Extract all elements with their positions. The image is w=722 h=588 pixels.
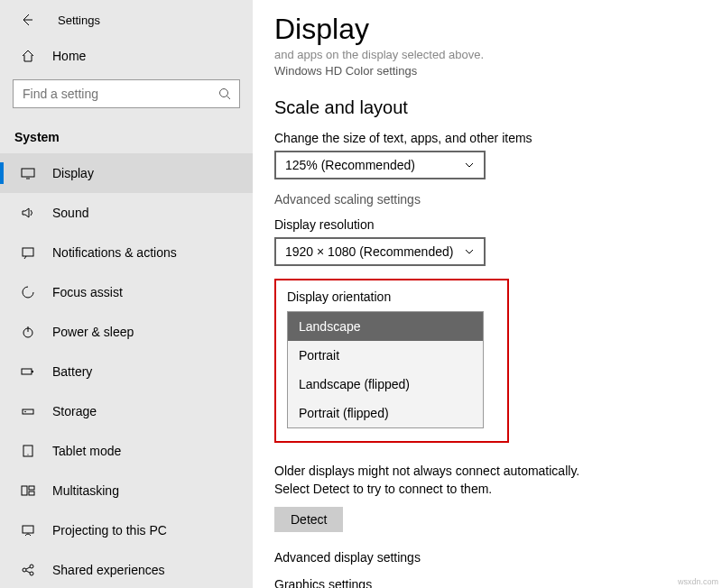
chevron-down-icon [464, 246, 475, 257]
text-size-label: Change the size of text, apps, and other… [274, 131, 695, 145]
sidebar-item-tablet-mode[interactable]: Tablet mode [0, 431, 253, 471]
sidebar-item-label: Tablet mode [52, 444, 121, 458]
svg-rect-6 [23, 409, 33, 414]
orientation-option-portrait-flipped[interactable]: Portrait (flipped) [288, 399, 483, 427]
home-label: Home [52, 49, 86, 63]
svg-rect-2 [23, 248, 33, 256]
notifications-icon [20, 245, 36, 260]
sidebar-item-shared-experiences[interactable]: Shared experiences [0, 550, 253, 588]
home-icon [20, 49, 36, 63]
resolution-select[interactable]: 1920 × 1080 (Recommended) [274, 237, 486, 266]
sidebar-item-focus-assist[interactable]: Focus assist [0, 272, 253, 312]
sidebar-item-label: Display [52, 166, 94, 180]
svg-rect-11 [29, 486, 34, 490]
sidebar-item-label: Battery [52, 364, 92, 379]
sidebar-item-label: Storage [52, 404, 97, 418]
sidebar-item-storage[interactable]: Storage [0, 391, 253, 431]
sidebar-item-power-sleep[interactable]: Power & sleep [0, 312, 253, 352]
search-input[interactable] [13, 79, 240, 108]
window-title: Settings [58, 14, 100, 27]
battery-icon [20, 364, 36, 379]
scale-heading: Scale and layout [274, 97, 695, 118]
advanced-scaling-link[interactable]: Advanced scaling settings [274, 192, 695, 207]
text-size-select[interactable]: 125% (Recommended) [274, 151, 486, 179]
svg-rect-1 [22, 169, 34, 177]
sidebar-item-notifications[interactable]: Notifications & actions [0, 233, 253, 272]
multitasking-icon [20, 483, 36, 498]
orientation-option-portrait[interactable]: Portrait [288, 341, 483, 370]
hd-color-link[interactable]: Windows HD Color settings [274, 64, 417, 78]
orientation-label: Display orientation [287, 289, 496, 304]
sidebar-item-battery[interactable]: Battery [0, 352, 253, 391]
projecting-icon [20, 523, 36, 537]
sidebar-item-label: Multitasking [52, 483, 119, 498]
chevron-down-icon [464, 160, 475, 170]
display-icon [20, 166, 36, 180]
detect-help-text: Older displays might not always connect … [274, 463, 617, 498]
orientation-option-landscape-flipped[interactable]: Landscape (flipped) [288, 370, 483, 399]
power-icon [20, 325, 36, 339]
orientation-option-landscape[interactable]: Landscape [288, 312, 483, 341]
back-button[interactable] [18, 11, 36, 29]
text-size-value: 125% (Recommended) [285, 158, 415, 172]
tablet-icon [20, 444, 36, 458]
sidebar-item-label: Sound [52, 206, 88, 220]
storage-icon [20, 404, 36, 418]
detect-button[interactable]: Detect [274, 507, 343, 532]
sidebar-item-label: Power & sleep [52, 325, 134, 339]
svg-rect-5 [32, 371, 33, 372]
svg-point-7 [24, 411, 26, 413]
sidebar-item-multitasking[interactable]: Multitasking [0, 471, 253, 510]
svg-point-16 [30, 572, 33, 575]
svg-point-9 [27, 454, 28, 455]
orientation-dropdown-open[interactable]: Landscape Portrait Landscape (flipped) P… [287, 311, 484, 428]
sidebar-item-label: Focus assist [52, 285, 123, 299]
home-nav[interactable]: Home [0, 40, 253, 72]
sidebar-item-label: Projecting to this PC [52, 523, 167, 537]
content-pane: Display and apps on the display selected… [253, 0, 722, 588]
svg-rect-13 [23, 526, 33, 533]
advanced-display-link[interactable]: Advanced display settings [274, 550, 695, 565]
focus-icon [20, 285, 36, 299]
resolution-value: 1920 × 1080 (Recommended) [285, 244, 453, 259]
graphics-settings-link[interactable]: Graphics settings [274, 577, 695, 588]
watermark-text: wsxdn.com [678, 577, 718, 586]
orientation-highlight-box: Display orientation Landscape Portrait L… [274, 279, 509, 443]
svg-rect-10 [22, 486, 27, 495]
sidebar-item-display[interactable]: Display [0, 153, 253, 193]
svg-rect-4 [22, 369, 32, 374]
section-header: System [0, 117, 253, 153]
subtitle-text: and apps on the display selected above. [274, 48, 695, 61]
sidebar-item-label: Notifications & actions [52, 245, 177, 260]
search-icon [218, 87, 232, 101]
sidebar-item-sound[interactable]: Sound [0, 193, 253, 233]
shared-icon [20, 563, 36, 577]
search-field[interactable] [21, 86, 218, 102]
svg-point-15 [30, 565, 33, 568]
sound-icon [20, 206, 36, 220]
resolution-label: Display resolution [274, 217, 695, 232]
sidebar-item-projecting[interactable]: Projecting to this PC [0, 510, 253, 550]
sidebar-item-label: Shared experiences [52, 563, 165, 577]
svg-point-0 [220, 89, 228, 97]
page-title: Display [274, 13, 695, 46]
svg-rect-12 [29, 492, 34, 495]
svg-point-14 [23, 568, 26, 572]
sidebar: Settings Home System Display Sound Notif… [0, 0, 253, 588]
